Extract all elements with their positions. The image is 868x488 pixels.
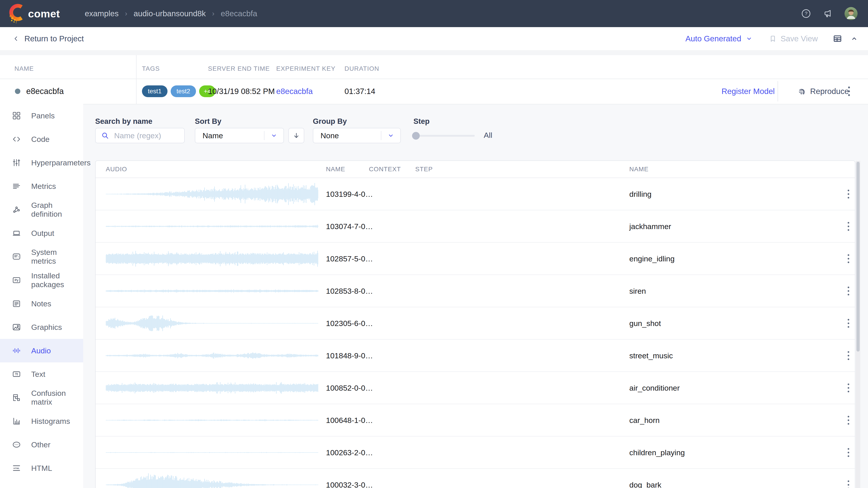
sub-header-bar: Return to Project Auto Generated Save Vi…	[0, 27, 868, 50]
audio-table-body: 103199-4-0…drilling103074-7-0…jackhammer…	[96, 178, 855, 488]
user-avatar[interactable]	[844, 7, 858, 20]
context-col-header: CONTEXT	[369, 161, 401, 177]
sort-by-value: Name	[203, 131, 264, 140]
section-divider	[0, 50, 868, 55]
sidebar-item-text[interactable]: TtText	[0, 362, 83, 386]
audio-waveform[interactable]	[106, 376, 318, 400]
sidebar-item-notes[interactable]: Notes	[0, 292, 83, 315]
sidebar-item-metrics[interactable]: Metrics	[0, 174, 83, 198]
experiment-tag[interactable]: test2	[170, 86, 196, 97]
sidebar-item-other[interactable]: Other	[0, 433, 83, 456]
audio-waveform[interactable]	[106, 279, 318, 303]
step-slider[interactable]	[413, 128, 475, 143]
sidebar-item-histograms[interactable]: Histograms	[0, 410, 83, 433]
histograms-icon	[12, 416, 21, 426]
audio-table-row: 103074-7-0…jackhammer	[96, 210, 855, 242]
audio-waveform[interactable]	[106, 440, 318, 465]
audio-col-header: AUDIO	[106, 161, 127, 177]
audio-table-header: AUDIO NAME CONTEXT STEP NAME	[96, 161, 855, 178]
register-model-button[interactable]: Register Model	[721, 87, 775, 96]
sort-direction-button[interactable]	[288, 128, 304, 143]
label-col-header: NAME	[629, 161, 649, 177]
sidebar-item-installed-packages[interactable]: PyInstalled packages	[0, 268, 83, 292]
row-menu-button[interactable]	[848, 480, 849, 488]
sidebar: PanelsCodeHyperparametersMetricsGraph de…	[0, 104, 83, 488]
row-menu-button[interactable]	[848, 222, 849, 231]
audio-name: 101848-9-0…	[326, 351, 373, 360]
audio-name: 100263-2-0…	[326, 448, 373, 457]
breadcrumb-item[interactable]: audio-urbansound8k	[133, 9, 206, 18]
row-menu-button[interactable]	[848, 416, 849, 424]
audio-waveform[interactable]	[106, 246, 318, 271]
scrollbar-track[interactable]	[856, 161, 860, 488]
save-view-button[interactable]: Save View	[769, 34, 818, 43]
fingerprint-icon	[798, 87, 806, 96]
code-icon	[12, 134, 21, 144]
sidebar-item-output[interactable]: Output	[0, 221, 83, 245]
audio-label: gun_shot	[629, 319, 661, 328]
sidebar-item-system-metrics[interactable]: System metrics	[0, 245, 83, 268]
content-area: Search by name Sort By Group By Step Nam…	[83, 104, 868, 488]
comet-logo[interactable]: comet	[8, 3, 60, 24]
col-header-duration: DURATION	[344, 65, 379, 72]
sidebar-item-label: Hyperparameters	[31, 158, 91, 167]
svg-text:Py: Py	[14, 278, 18, 282]
svg-text:Tt: Tt	[15, 372, 18, 376]
experiment-tag[interactable]: test1	[142, 86, 167, 97]
experiment-name: e8ecacbfa	[26, 87, 64, 96]
sidebar-item-hyperparameters[interactable]: Hyperparameters	[0, 151, 83, 174]
audio-waveform[interactable]	[106, 182, 318, 206]
sort-by-dropdown[interactable]: Name	[195, 128, 284, 143]
breadcrumb-item[interactable]: examples	[85, 9, 119, 18]
sidebar-item-label: Code	[31, 135, 50, 144]
hyperparameters-icon	[12, 158, 21, 167]
return-to-project-label: Return to Project	[24, 34, 84, 43]
return-to-project-link[interactable]: Return to Project	[13, 34, 84, 43]
audio-table-row: 101848-9-0…street_music	[96, 339, 855, 372]
experiment-key-link[interactable]: e8ecacbfa	[276, 87, 313, 96]
row-menu-button[interactable]	[848, 319, 849, 328]
sidebar-item-panels[interactable]: Panels	[0, 104, 83, 127]
megaphone-icon[interactable]	[823, 8, 833, 19]
view-selector-value: Auto Generated	[685, 34, 741, 43]
experiment-menu-button[interactable]	[848, 87, 850, 96]
table-view-icon[interactable]	[833, 34, 842, 43]
row-menu-button[interactable]	[848, 448, 849, 457]
sidebar-item-code[interactable]: Code	[0, 127, 83, 151]
svg-text:HTML: HTML	[13, 467, 20, 469]
sidebar-item-label: Output	[31, 229, 54, 238]
chevron-left-icon	[13, 36, 19, 41]
text-icon: Tt	[12, 369, 21, 379]
group-by-dropdown[interactable]: None	[313, 128, 401, 143]
slider-track[interactable]	[413, 135, 475, 137]
sidebar-item-graphics[interactable]: Graphics	[0, 315, 83, 339]
audio-waveform[interactable]	[106, 343, 318, 368]
help-icon[interactable]: ?	[801, 8, 811, 19]
audio-waveform[interactable]	[106, 473, 318, 488]
audio-table-row: 100648-1-0…car_horn	[96, 404, 855, 436]
topbar-actions: ?	[801, 7, 858, 20]
main-area: PanelsCodeHyperparametersMetricsGraph de…	[0, 104, 868, 488]
row-menu-button[interactable]	[848, 190, 849, 198]
audio-waveform[interactable]	[106, 214, 318, 239]
sidebar-item-audio[interactable]: Audio	[0, 339, 83, 362]
audio-table-row: 102853-8-0…siren	[96, 275, 855, 307]
row-menu-button[interactable]	[848, 351, 849, 360]
search-input[interactable]	[114, 131, 180, 140]
audio-waveform[interactable]	[106, 408, 318, 433]
sidebar-item-html[interactable]: HTMLHTML	[0, 456, 83, 480]
audio-waveform[interactable]	[106, 311, 318, 336]
audio-name: 102305-6-0…	[326, 319, 373, 328]
top-navigation-bar: comet examples›audio-urbansound8k›e8ecac…	[0, 0, 868, 27]
slider-handle[interactable]	[412, 132, 420, 140]
row-menu-button[interactable]	[848, 287, 849, 295]
reproduce-button[interactable]: Reproduce	[798, 87, 849, 96]
scrollbar-thumb[interactable]	[857, 162, 860, 352]
sidebar-item-confusion-matrix[interactable]: Confusion matrix	[0, 386, 83, 410]
sidebar-item-graph-definition[interactable]: Graph definition	[0, 198, 83, 221]
view-selector-dropdown[interactable]: Auto Generated	[685, 34, 752, 43]
breadcrumb-separator: ›	[212, 9, 214, 18]
collapse-chevron-up-icon[interactable]	[850, 35, 858, 42]
row-menu-button[interactable]	[848, 383, 849, 392]
row-menu-button[interactable]	[848, 254, 849, 263]
